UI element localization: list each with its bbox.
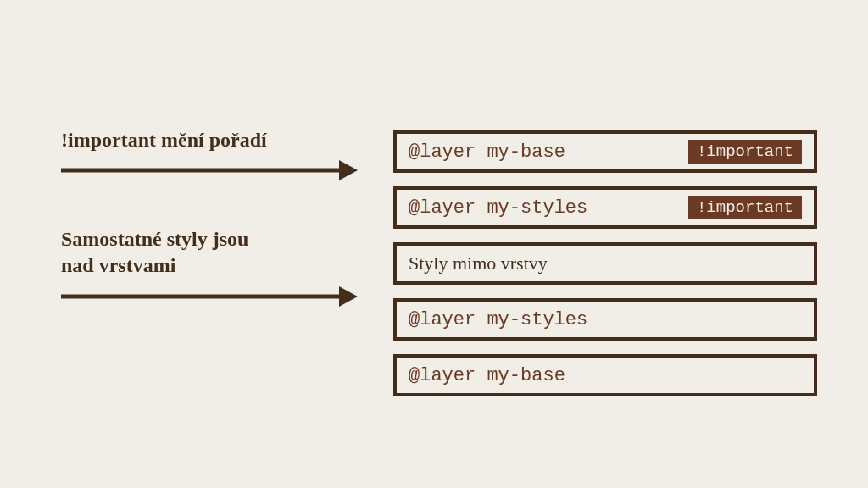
layer-box: @layer my-styles!important bbox=[393, 186, 817, 229]
layer-label: Styly mimo vrstvy bbox=[409, 252, 548, 274]
annotations-column: !important mění pořadí Samostatné styly … bbox=[61, 127, 366, 307]
layer-box: Styly mimo vrstvy bbox=[393, 242, 817, 285]
annotation-important: !important mění pořadí bbox=[61, 127, 366, 153]
layers-column: @layer my-base!important@layer my-styles… bbox=[393, 130, 817, 396]
layer-label: @layer my-styles bbox=[409, 309, 587, 330]
layer-label: @layer my-base bbox=[409, 141, 565, 163]
layer-box: @layer my-base!important bbox=[393, 130, 817, 173]
annotation-standalone-line1: Samostatné styly jsou bbox=[61, 228, 248, 250]
arrow-icon bbox=[61, 160, 358, 180]
annotation-standalone: Samostatné styly jsou nad vrstvami bbox=[61, 226, 366, 279]
important-badge: !important bbox=[688, 140, 802, 164]
layer-box: @layer my-styles bbox=[393, 298, 817, 341]
annotation-standalone-line2: nad vrstvami bbox=[61, 254, 175, 276]
important-badge: !important bbox=[688, 196, 802, 219]
layer-box: @layer my-base bbox=[393, 354, 817, 396]
layer-label: @layer my-styles bbox=[409, 197, 587, 219]
arrow-icon bbox=[61, 286, 358, 307]
layer-label: @layer my-base bbox=[409, 365, 565, 386]
